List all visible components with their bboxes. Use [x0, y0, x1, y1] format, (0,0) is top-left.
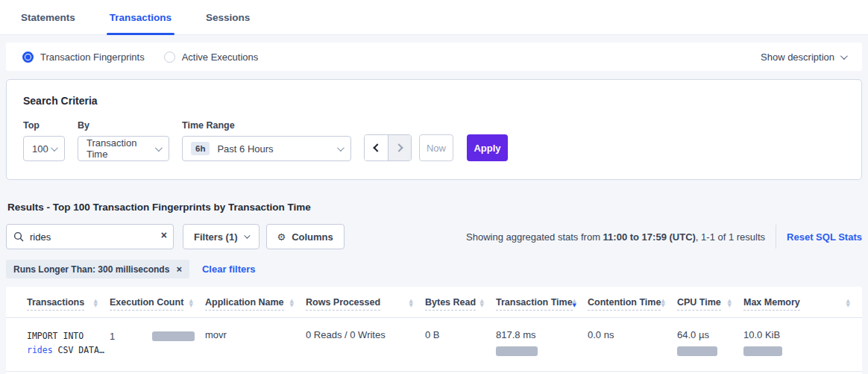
transaction-link[interactable]: rides: [27, 345, 53, 355]
time-range-badge: 6h: [191, 142, 210, 155]
radio-selected-icon[interactable]: [22, 52, 34, 63]
search-criteria-title: Search Criteria: [23, 95, 845, 107]
top-select[interactable]: 100: [23, 136, 65, 161]
transaction-time-bar: [496, 346, 538, 356]
column-header-contention-time[interactable]: Contention Time ▲▼: [588, 287, 677, 318]
tab-transactions[interactable]: Transactions: [107, 0, 174, 34]
radio-unselected-icon[interactable]: [164, 52, 175, 63]
time-range-field: Time Range 6h Past 6 Hours: [182, 120, 351, 161]
application-name-cell: movr: [205, 318, 306, 372]
chip-close-icon[interactable]: ×: [176, 264, 182, 275]
sort-icon[interactable]: ▲▼: [846, 297, 850, 308]
radio-active-executions[interactable]: Active Executions: [164, 52, 259, 63]
table-row[interactable]: IMPORT INTOrides CSV DATA… 1 movr 0 Read…: [6, 318, 862, 372]
bytes-read-cell: 0 B: [425, 318, 496, 372]
show-description-label: Show description: [761, 52, 834, 63]
top-select-value: 100: [32, 143, 48, 155]
by-select[interactable]: Transaction Time: [78, 136, 169, 161]
gear-icon: ⚙: [277, 231, 286, 243]
transaction-fingerprint-cell[interactable]: IMPORT INTOrides CSV DATA…: [6, 318, 110, 372]
chevron-right-icon: [394, 143, 403, 152]
chevron-down-icon: [337, 144, 345, 152]
columns-button[interactable]: ⚙ Columns: [266, 224, 345, 249]
transaction-time-cell: 817.8 ms: [496, 318, 588, 372]
tab-statements[interactable]: Statements: [18, 0, 78, 34]
sort-icon[interactable]: ▲▼: [728, 297, 732, 308]
transaction-statement[interactable]: IMPORT INTOrides CSV DATA…: [27, 329, 110, 358]
results-meta: Showing aggregated stats from 11:00 to 1…: [466, 225, 862, 249]
time-range-select[interactable]: 6h Past 6 Hours: [182, 136, 351, 161]
chevron-left-icon: [373, 143, 381, 152]
vertical-divider: [776, 225, 776, 249]
sort-icon-active-desc[interactable]: ▲▼: [573, 297, 576, 308]
column-header-max-memory[interactable]: Max Memory ▲▼: [743, 287, 862, 318]
page-content: Transaction Fingerprints Active Executio…: [0, 43, 868, 374]
page-tabbar: Statements Transactions Sessions: [0, 0, 868, 35]
time-range-label: Time Range: [182, 120, 351, 131]
now-button[interactable]: Now: [419, 134, 453, 161]
top-label: Top: [23, 120, 65, 131]
aggregated-stats-text: Showing aggregated stats from 11:00 to 1…: [466, 231, 765, 243]
filters-button-label: Filters (1): [194, 231, 238, 243]
column-header-rows-processed[interactable]: Rows Processed ▲▼: [306, 287, 425, 318]
stats-time-range: 11:00 to 17:59 (UTC): [603, 231, 696, 243]
filters-button[interactable]: Filters (1): [183, 224, 260, 249]
apply-button[interactable]: Apply: [467, 134, 508, 161]
execution-count-cell: 1: [110, 318, 205, 372]
column-header-transactions[interactable]: Transactions ▲▼: [6, 287, 110, 318]
radio-label: Transaction Fingerprints: [40, 52, 145, 63]
sort-icon[interactable]: ▲▼: [409, 297, 413, 308]
column-header-execution-count[interactable]: Execution Count ▲▼: [110, 287, 205, 318]
time-prev-button[interactable]: [365, 135, 388, 160]
chevron-down-icon: [840, 52, 848, 60]
active-filters-row: Runs Longer Than: 300 milliseconds × Cle…: [6, 260, 862, 278]
by-select-value: Transaction Time: [87, 137, 155, 160]
column-header-cpu-time[interactable]: CPU Time ▲▼: [677, 287, 743, 318]
reset-sql-stats-link[interactable]: Reset SQL Stats: [787, 231, 862, 243]
time-range-value: Past 6 Hours: [217, 143, 273, 155]
sort-icon[interactable]: ▲▼: [480, 297, 484, 308]
rows-processed-cell: 0 Reads / 0 Writes: [306, 318, 425, 372]
clear-filters-link[interactable]: Clear filters: [202, 264, 256, 275]
max-memory-cell: 10.0 KiB: [743, 318, 862, 372]
results-title: Results - Top 100 Transaction Fingerprin…: [7, 202, 861, 213]
search-icon: [13, 231, 24, 242]
top-field: Top 100: [23, 120, 65, 161]
sort-icon[interactable]: ▲▼: [189, 297, 193, 308]
results-toolbar: × Filters (1) ⚙ Columns Showing aggregat…: [6, 224, 862, 249]
search-box: ×: [6, 224, 174, 249]
by-label: By: [78, 120, 169, 131]
sort-icon[interactable]: ▲▼: [290, 297, 294, 308]
radio-label: Active Executions: [182, 52, 259, 63]
sort-icon[interactable]: ▲▼: [94, 297, 98, 308]
sort-icon[interactable]: ▲▼: [661, 297, 665, 308]
results-table-card: Transactions ▲▼ Execution Count ▲▼ Appli…: [6, 287, 862, 374]
max-memory-bar: [743, 346, 782, 356]
radio-transaction-fingerprints[interactable]: Transaction Fingerprints: [22, 52, 145, 63]
filter-chip[interactable]: Runs Longer Than: 300 milliseconds ×: [6, 260, 189, 278]
column-header-bytes-read[interactable]: Bytes Read ▲▼: [425, 287, 496, 318]
contention-time-cell: 0.0 ns: [588, 318, 677, 372]
by-field: By Transaction Time: [78, 120, 169, 161]
cpu-time-bar: [677, 346, 717, 356]
tab-sessions[interactable]: Sessions: [203, 0, 253, 34]
filter-chip-label: Runs Longer Than: 300 milliseconds: [13, 264, 169, 275]
execution-count-bar: [152, 331, 195, 341]
time-nav-group: [364, 134, 412, 161]
chevron-down-icon: [51, 144, 58, 152]
transactions-table: Transactions ▲▼ Execution Count ▲▼ Appli…: [6, 287, 862, 372]
cpu-time-cell: 64.0 µs: [677, 318, 743, 372]
chevron-down-icon: [244, 232, 250, 238]
clear-search-icon[interactable]: ×: [161, 229, 167, 241]
search-criteria-card: Search Criteria Top 100 By Transaction T…: [6, 79, 862, 180]
show-description-toggle[interactable]: Show description: [761, 52, 846, 63]
columns-button-label: Columns: [292, 231, 333, 243]
view-toggle-band: Transaction Fingerprints Active Executio…: [6, 43, 862, 71]
search-input[interactable]: [6, 224, 174, 249]
column-header-transaction-time[interactable]: Transaction Time ▲▼: [496, 287, 588, 318]
column-header-application-name[interactable]: Application Name ▲▼: [205, 287, 306, 318]
chevron-down-icon: [155, 144, 163, 152]
table-header-row: Transactions ▲▼ Execution Count ▲▼ Appli…: [6, 287, 862, 318]
time-next-button[interactable]: [388, 135, 411, 160]
